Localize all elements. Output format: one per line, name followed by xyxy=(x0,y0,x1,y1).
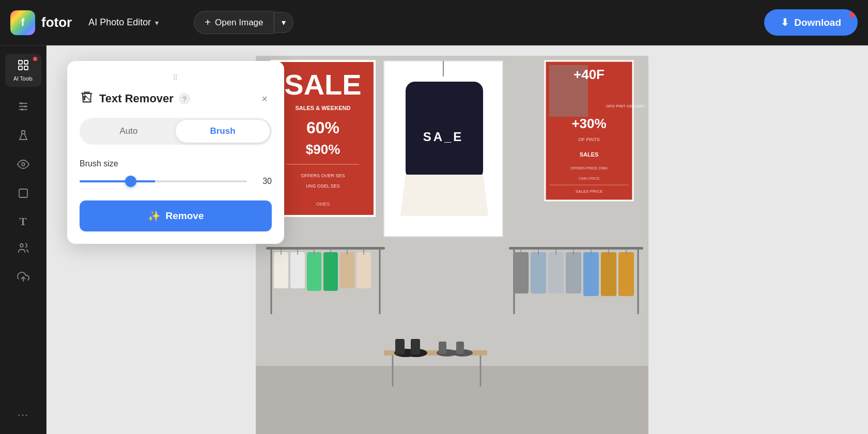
svg-point-11 xyxy=(22,163,25,166)
sidebar: AI Tools xyxy=(0,45,47,434)
sidebar-item-more[interactable]: ··· xyxy=(5,404,41,426)
download-label: Download xyxy=(794,17,841,28)
fotor-logo-icon: f xyxy=(10,10,35,35)
svg-text:+40F: +40F xyxy=(574,67,605,82)
svg-point-7 xyxy=(24,105,26,107)
svg-rect-77 xyxy=(566,252,581,293)
svg-point-9 xyxy=(21,109,23,111)
open-image-label: Open Image xyxy=(215,18,264,28)
tab-auto-label: Auto xyxy=(120,126,138,136)
svg-text:OFO PINT OS CIMH: OFO PINT OS CIMH xyxy=(606,104,644,109)
brush-slider-row: 30 xyxy=(80,177,272,186)
svg-rect-74 xyxy=(513,252,529,293)
tab-brush-label: Brush xyxy=(210,126,235,136)
sidebar-item-eye[interactable] xyxy=(5,153,41,178)
logo-letter: f xyxy=(21,17,25,28)
tab-auto[interactable]: Auto xyxy=(82,120,176,143)
panel-header: T Text Remover ? × xyxy=(80,90,272,107)
svg-rect-1 xyxy=(24,60,28,64)
close-icon: × xyxy=(261,93,268,104)
svg-rect-78 xyxy=(583,252,599,296)
svg-rect-71 xyxy=(509,247,643,250)
flask-icon xyxy=(17,129,29,144)
text-remover-icon: T xyxy=(80,90,94,107)
chevron-down-icon: ▾ xyxy=(155,19,159,27)
sliders-icon xyxy=(17,100,29,115)
svg-rect-52 xyxy=(340,252,354,288)
sidebar-item-ai-tools[interactable]: AI Tools xyxy=(5,54,41,87)
svg-text:SALES & WEEKEND: SALES & WEEKEND xyxy=(296,105,351,111)
svg-rect-80 xyxy=(618,252,634,296)
svg-rect-45 xyxy=(266,247,385,250)
svg-rect-66 xyxy=(411,339,420,354)
open-image-button[interactable]: + Open Image xyxy=(194,11,273,34)
content-area: ⠿ T Text Remover ? xyxy=(47,45,868,434)
open-image-group: + Open Image ▾ xyxy=(183,11,293,34)
cloud-upload-icon xyxy=(17,271,29,285)
svg-text:SA_E: SA_E xyxy=(423,130,464,144)
sidebar-item-people[interactable] xyxy=(5,237,41,261)
panel-drag-handle[interactable]: ⠿ xyxy=(80,73,272,82)
svg-rect-48 xyxy=(274,252,288,288)
sidebar-item-text[interactable]: T xyxy=(5,211,41,233)
tab-brush[interactable]: Brush xyxy=(176,120,270,143)
people-icon xyxy=(17,242,29,256)
crop-icon xyxy=(17,187,29,202)
remove-button[interactable]: ✨ Remove xyxy=(80,200,272,231)
svg-rect-51 xyxy=(323,252,338,291)
svg-text:60%: 60% xyxy=(306,118,339,137)
svg-rect-79 xyxy=(601,252,616,296)
brush-size-label: Brush size xyxy=(80,159,272,168)
svg-rect-3 xyxy=(24,66,28,70)
main-area: AI Tools xyxy=(0,45,868,434)
sidebar-item-filter[interactable] xyxy=(5,124,41,149)
help-icon: ? xyxy=(182,95,186,103)
svg-text:SALES PRICE: SALES PRICE xyxy=(576,189,602,194)
more-icon: ··· xyxy=(18,409,28,421)
close-button[interactable]: × xyxy=(257,91,272,107)
eye-icon xyxy=(17,158,29,173)
svg-text:OMES: OMES xyxy=(316,202,330,207)
sidebar-ai-tools-label: AI Tools xyxy=(13,75,33,82)
ai-photo-editor-button[interactable]: AI Photo Editor ▾ xyxy=(82,13,165,32)
open-image-dropdown-button[interactable]: ▾ xyxy=(274,12,293,33)
svg-text:$90%: $90% xyxy=(306,142,340,157)
panel-title: Text Remover xyxy=(99,92,174,105)
svg-rect-53 xyxy=(357,252,371,288)
download-button[interactable]: ⬇ Download xyxy=(764,9,858,36)
brush-value-display: 30 xyxy=(255,177,272,186)
svg-point-5 xyxy=(20,102,22,104)
tab-switcher: Auto Brush xyxy=(80,118,272,145)
svg-text:T: T xyxy=(83,96,86,101)
svg-rect-49 xyxy=(290,252,305,288)
sidebar-item-cloud[interactable] xyxy=(5,266,41,290)
plus-icon: + xyxy=(205,17,211,28)
sidebar-item-crop[interactable] xyxy=(5,182,41,207)
drag-handle-icon: ⠿ xyxy=(173,73,179,82)
svg-text:SALES: SALES xyxy=(580,151,599,158)
svg-rect-70 xyxy=(456,342,464,354)
ai-photo-editor-label: AI Photo Editor xyxy=(88,17,151,28)
brush-size-slider[interactable] xyxy=(80,180,247,182)
svg-rect-12 xyxy=(19,189,27,197)
svg-text:+30%: +30% xyxy=(571,116,606,131)
help-button[interactable]: ? xyxy=(179,93,190,104)
svg-rect-0 xyxy=(19,60,22,64)
svg-rect-68 xyxy=(439,342,446,354)
svg-text:CIMH PRICE: CIMH PRICE xyxy=(578,177,600,180)
store-image: SALE SALES & WEEKEND 60% $90% OFFERS OVE… xyxy=(256,56,648,434)
svg-text:OFFERS PRICE CIMH: OFFERS PRICE CIMH xyxy=(570,166,608,170)
grid-icon xyxy=(17,59,29,73)
sidebar-item-adjust[interactable] xyxy=(5,95,41,120)
svg-text:SALE: SALE xyxy=(284,68,361,101)
logo-area: f fotor xyxy=(10,10,72,35)
sidebar-notification-dot xyxy=(33,57,37,61)
svg-text:UNS OSEL SES: UNS OSEL SES xyxy=(306,183,340,189)
text-remover-panel: ⠿ T Text Remover ? xyxy=(67,61,284,244)
svg-rect-2 xyxy=(19,66,22,70)
header: f fotor AI Photo Editor ▾ + Open Image ▾… xyxy=(0,0,868,45)
logo-text: fotor xyxy=(41,14,72,30)
svg-text:OFFERS OVER SES: OFFERS OVER SES xyxy=(301,173,345,178)
store-scene-svg: SALE SALES & WEEKEND 60% $90% OFFERS OVE… xyxy=(256,56,648,434)
notification-dot xyxy=(849,12,855,18)
